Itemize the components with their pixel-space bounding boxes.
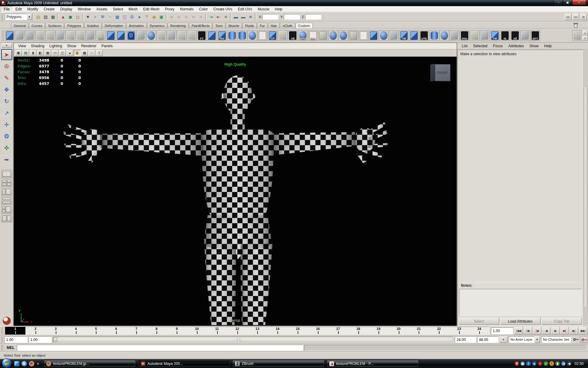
shelf-tab[interactable]: Muscle (226, 23, 242, 28)
playback-button[interactable]: |◀◀ (514, 327, 523, 335)
frame-cell[interactable]: 15 (288, 327, 308, 335)
menu-item[interactable]: Assets (93, 6, 110, 12)
shelf-scroll-down-icon[interactable]: ▼ (582, 36, 587, 40)
shelf-tab[interactable]: Deformation (102, 23, 126, 28)
layout-outliner-persp-button[interactable] (1, 214, 12, 222)
playback-button[interactable]: ▶▶| (579, 327, 587, 335)
selection-mask-button[interactable]: ❂ (128, 13, 136, 21)
shelf-tab[interactable]: General (11, 23, 28, 28)
shelf-button[interactable] (247, 30, 257, 41)
menu-item[interactable]: File (1, 6, 13, 12)
menu-item[interactable]: Muscle (255, 6, 272, 12)
ui-toggle-button[interactable]: ≡ (580, 13, 587, 20)
frame-cell[interactable]: 5 (86, 327, 106, 335)
window-control-button[interactable]: × (572, 0, 586, 5)
menu-item[interactable]: Modify (24, 6, 41, 12)
snap-button[interactable]: ∩ (190, 13, 197, 21)
selection-mask-button[interactable]: ▦ (114, 13, 121, 21)
attribute-editor-menu-item[interactable]: Attributes (506, 43, 527, 49)
menu-item[interactable]: Edit UVs (235, 6, 255, 12)
viewport-canvas[interactable]: Verts: 3498 0 0 Edges: 6977 0 0 (14, 57, 457, 326)
panel-menu-item[interactable]: Show (65, 43, 79, 49)
playback-start-field[interactable] (28, 336, 52, 343)
menu-item[interactable]: Mesh (126, 6, 140, 12)
frame-cell[interactable]: 24 (469, 327, 489, 335)
window-control-button[interactable]: ▣ (563, 0, 572, 5)
frame-ruler[interactable]: 1 2 3 4 5 (5, 327, 490, 335)
selection-mode-button[interactable]: ◻ (74, 13, 81, 21)
frame-cell[interactable]: 12 (227, 327, 247, 335)
shelf-button[interactable] (237, 30, 247, 41)
panel-toolbar-button[interactable]: ▭ (52, 50, 58, 56)
range-slider-range[interactable] (54, 337, 453, 342)
menu-item[interactable]: Color (196, 6, 211, 12)
shelf-tab[interactable]: Fluids (242, 23, 257, 28)
selection-mask-button[interactable]: ● (136, 13, 143, 21)
shelf-button[interactable] (349, 30, 358, 41)
shelf-button[interactable]: TM (490, 30, 500, 41)
tool-button[interactable]: ✥ (1, 84, 12, 95)
panel-toolbar-button[interactable]: ▦ (44, 50, 51, 56)
shelf-button[interactable] (258, 30, 267, 41)
coordinate-input[interactable] (284, 14, 300, 20)
frame-cell[interactable]: 11 (207, 327, 227, 335)
tool-button[interactable]: ↻ (1, 96, 12, 107)
shelf-button[interactable]: UTE (419, 30, 429, 41)
start-button[interactable] (2, 358, 12, 368)
snap-button[interactable]: ∩ (197, 13, 205, 21)
menu-item[interactable]: Proxy (162, 6, 177, 12)
shelf-button[interactable] (66, 30, 75, 41)
quick-launch-overflow-chevron[interactable]: » (36, 361, 40, 366)
shelf-button[interactable]: His (217, 30, 227, 41)
attribute-editor-scrollbar[interactable] (583, 49, 588, 326)
tray-icon[interactable]: S (514, 361, 519, 366)
menu-set-value[interactable]: Polygons (5, 14, 27, 20)
shelf-tab[interactable]: Surfaces (45, 23, 64, 28)
menu-item[interactable]: Create (41, 6, 57, 12)
shelf-button[interactable] (379, 30, 389, 41)
shelf-tab[interactable]: nCloth (280, 23, 295, 28)
selection-mask-button[interactable]: + (92, 13, 99, 21)
panel-menu-item[interactable]: Renderer (79, 43, 99, 49)
shelf-button[interactable] (116, 30, 126, 41)
anim-layer-selector[interactable]: No Anim Layer ▼ (509, 336, 540, 343)
shelf-tab[interactable]: Subdivs (84, 23, 102, 28)
window-control-button[interactable]: — (554, 0, 563, 5)
panel-toolbar-button[interactable]: ∷ (89, 50, 95, 56)
layout-four-pane-button[interactable] (1, 178, 12, 187)
shelf-button[interactable] (76, 30, 85, 41)
playback-button[interactable]: ▶| (560, 327, 569, 335)
menu-item[interactable]: Edit (13, 6, 24, 12)
shelf-button[interactable] (369, 30, 379, 41)
menu-item[interactable]: Edit Mesh (140, 6, 162, 12)
frame-cell[interactable]: 2 (25, 327, 46, 335)
coordinate-input[interactable] (305, 14, 321, 20)
frame-cell[interactable]: 13 (247, 327, 268, 335)
status-icon-button[interactable]: ▦ (49, 13, 57, 21)
shelf-button[interactable] (318, 30, 328, 41)
internet-explorer-icon[interactable]: e (21, 361, 27, 366)
taskbar-task-button[interactable]: texturePROBLEM - P... (327, 360, 419, 367)
shelf-button[interactable] (156, 30, 166, 41)
shelf-tab[interactable]: Dynamics (147, 23, 167, 28)
shelf-button[interactable]: DE (96, 30, 106, 41)
shelf-button[interactable] (5, 30, 15, 41)
shelf-button[interactable]: All (288, 30, 298, 41)
ui-toggle-button[interactable]: ≔ (565, 13, 571, 20)
frame-cell[interactable]: 21 (409, 327, 429, 335)
frame-cell[interactable]: 7 (126, 327, 146, 335)
range-slider-handle[interactable] (54, 337, 57, 342)
scrollbar-thumb[interactable] (584, 86, 587, 308)
layout-single-pane-button[interactable] (1, 170, 12, 178)
chevron-down-icon[interactable]: ▼ (27, 14, 32, 20)
tray-icon[interactable]: ◀ (567, 361, 571, 366)
ui-toggle-button[interactable]: ≕ (572, 13, 579, 20)
frame-cell[interactable]: 10 (187, 327, 207, 335)
shelf-button[interactable] (106, 30, 116, 41)
shelf-button[interactable] (15, 30, 25, 41)
shelf-button[interactable] (409, 30, 419, 41)
status-icon-button[interactable]: ▨ (42, 13, 49, 21)
selection-mode-button[interactable]: ▲ (59, 13, 67, 21)
shelf-button[interactable] (328, 30, 338, 41)
shelf-button[interactable] (25, 30, 35, 41)
